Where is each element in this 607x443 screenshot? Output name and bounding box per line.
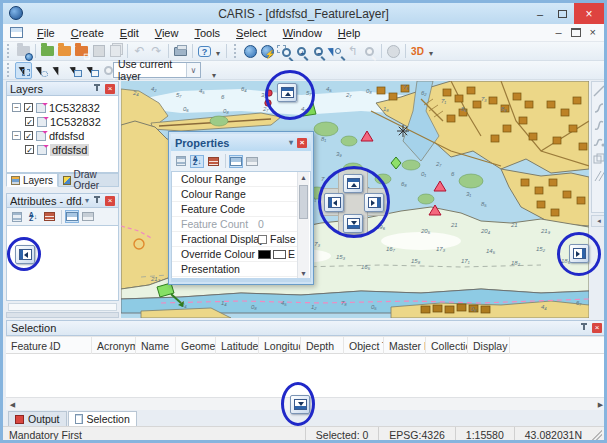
tab-layers[interactable]: Layers	[6, 173, 58, 187]
property-row[interactable]: Colour Range	[172, 172, 298, 187]
categorized-icon[interactable]	[174, 155, 188, 168]
select-add-icon[interactable]	[66, 62, 83, 79]
toolbar2-overflow-icon[interactable]: ▾	[426, 49, 436, 60]
draw-freehand-icon[interactable]	[592, 134, 606, 150]
print-icon[interactable]	[172, 43, 189, 60]
properties-resize-handle[interactable]	[171, 278, 311, 282]
pane-layout-2-icon[interactable]	[81, 210, 95, 223]
menu-view[interactable]: View	[147, 24, 187, 42]
select-subtract-icon[interactable]	[83, 62, 100, 79]
tree-node-2[interactable]: − ✓ dfdsfsd	[12, 129, 84, 142]
tree-node-2-child[interactable]: ✓ dfdsfsd	[25, 143, 89, 156]
undo-icon[interactable]: ↶	[131, 43, 148, 60]
properties-scrollbar[interactable]: ▲ ▼	[297, 172, 309, 279]
select-lasso-icon[interactable]	[32, 62, 49, 79]
column-collection[interactable]: Collectio...	[426, 337, 468, 355]
refresh-view-icon[interactable]: ⚡	[259, 43, 276, 60]
collapse-icon[interactable]: −	[12, 103, 21, 112]
column-object-type[interactable]: Object T...	[344, 337, 384, 355]
pane-layout-icon[interactable]	[65, 210, 79, 223]
layer-checkbox[interactable]: ✓	[25, 117, 34, 126]
parallel-lines-icon[interactable]	[592, 168, 606, 184]
pin-icon[interactable]	[93, 84, 101, 94]
property-row[interactable]: Fractional Display False	[172, 232, 298, 247]
chevron-down-icon[interactable]: ▾	[85, 196, 89, 205]
close-button[interactable]: ×	[574, 3, 604, 24]
attributes-value-field[interactable]	[8, 303, 117, 311]
menu-help[interactable]: Help	[330, 24, 369, 42]
layers-close-icon[interactable]: ×	[105, 84, 115, 94]
attribute-grid-icon[interactable]	[42, 210, 56, 223]
layer-checkbox[interactable]: ✓	[24, 103, 33, 112]
layer-label[interactable]: dfdsfsd	[49, 130, 84, 142]
chevron-down-icon[interactable]: ▾	[289, 138, 293, 147]
layer-checkbox[interactable]: ✓	[25, 145, 34, 154]
status-epsg[interactable]: EPSG:4326	[378, 427, 454, 443]
column-depth[interactable]: Depth	[301, 337, 344, 355]
dock-target-right-edge[interactable]	[569, 244, 589, 263]
tab-draw-order[interactable]: Draw Order	[58, 173, 119, 187]
column-geometry[interactable]: Geometry	[176, 337, 216, 355]
zoom-out-icon[interactable]: −	[310, 43, 327, 60]
minimize-button[interactable]: –	[530, 3, 550, 24]
layer-label[interactable]: 1C532832	[49, 102, 100, 114]
menu-file[interactable]: File	[29, 24, 63, 42]
new-session-icon[interactable]	[15, 43, 32, 60]
open-file-icon[interactable]: ↓	[39, 43, 56, 60]
save-icon[interactable]	[90, 43, 107, 60]
mdi-restore-button[interactable]	[571, 28, 581, 37]
dock-target-up[interactable]	[343, 174, 363, 193]
dock-target-down[interactable]	[343, 214, 363, 233]
combo-dropdown-icon[interactable]: ∨	[186, 63, 200, 77]
open-layers-icon[interactable]: ❏	[73, 43, 90, 60]
import-icon[interactable]: ↑	[56, 43, 73, 60]
previous-view-icon[interactable]: ↰	[344, 43, 361, 60]
select-rectangle-icon[interactable]	[15, 62, 32, 79]
property-row[interactable]: Override Colour E	[172, 247, 298, 262]
toolbar-grip[interactable]	[7, 44, 11, 58]
zoom-in-icon[interactable]: +	[293, 43, 310, 60]
layer-scope-combobox[interactable]: Use current layer ∨	[113, 62, 201, 78]
zoom-selection-icon[interactable]	[327, 43, 344, 60]
tree-node-1-child[interactable]: ✓ 1C532832	[25, 115, 101, 128]
tab-selection[interactable]: Selection	[68, 411, 137, 427]
attributes-close-icon[interactable]: ×	[105, 196, 115, 206]
scrollbar-thumb[interactable]	[299, 185, 308, 219]
menu-select[interactable]: Select	[228, 24, 275, 42]
dock-target-right[interactable]	[364, 193, 384, 212]
redo-icon[interactable]: ↷	[148, 43, 165, 60]
sort-az-icon[interactable]: AZ↓	[26, 210, 40, 223]
column-feature-id[interactable]: Feature ID▲	[6, 337, 92, 355]
dock-target-left[interactable]	[324, 193, 344, 212]
pin-icon[interactable]	[93, 196, 101, 206]
resize-grip[interactable]	[592, 430, 602, 440]
pane-layout-icon[interactable]	[229, 155, 243, 168]
column-master-feature[interactable]: Master F...	[384, 337, 426, 355]
zoom-world-icon[interactable]	[242, 43, 259, 60]
dock-target-left-edge[interactable]	[15, 245, 35, 264]
menu-edit[interactable]: Edit	[112, 24, 147, 42]
collapse-icon[interactable]: −	[12, 131, 21, 140]
menu-window[interactable]: Window	[275, 24, 330, 42]
layer-label-selected[interactable]: dfdsfsd	[50, 144, 89, 156]
globe-disabled-icon[interactable]	[385, 43, 402, 60]
column-name[interactable]: Name	[136, 337, 176, 355]
dock-target-bottom-edge[interactable]	[290, 395, 310, 414]
selection-table-body[interactable]	[6, 354, 607, 397]
menu-create[interactable]: Create	[63, 24, 112, 42]
help-icon[interactable]: ?	[196, 43, 213, 60]
toolbar-grip-2[interactable]	[7, 63, 11, 77]
document-icon[interactable]	[10, 27, 23, 38]
colour-swatch-black[interactable]	[258, 250, 271, 259]
pane-layout-2-icon[interactable]	[245, 155, 259, 168]
column-latitude[interactable]: Latitude	[216, 337, 259, 355]
toolbar-collapse-icon[interactable]: ◂	[591, 215, 607, 227]
tab-output[interactable]: Output	[8, 411, 67, 427]
property-row[interactable]: Presentation	[172, 262, 298, 277]
properties-close-icon[interactable]: ×	[297, 138, 307, 148]
colour-swatch-white[interactable]	[273, 250, 286, 259]
draw-line-icon[interactable]	[592, 83, 606, 99]
draw-spline-icon[interactable]	[592, 117, 606, 133]
dock-target-top-edge[interactable]	[277, 83, 297, 102]
sort-az-icon[interactable]: AZ↓	[190, 155, 204, 168]
